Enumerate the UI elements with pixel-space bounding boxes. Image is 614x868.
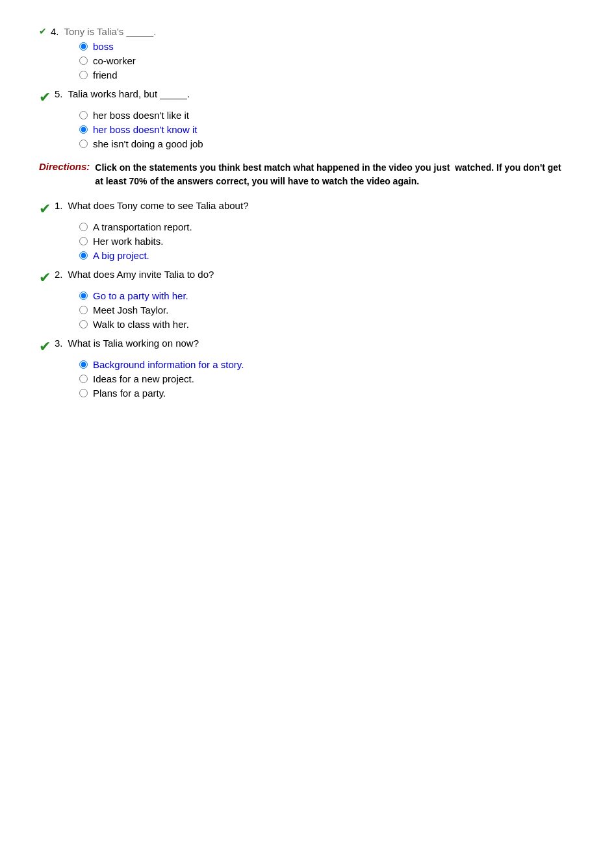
radio-c1-2[interactable] bbox=[79, 237, 88, 245]
option-4-3[interactable]: friend bbox=[79, 69, 575, 81]
checkmark-icon-5: ✔ bbox=[39, 89, 51, 106]
radio-4-3[interactable] bbox=[79, 71, 88, 79]
question-5-options: her boss doesn't like it her boss doesn'… bbox=[79, 110, 575, 149]
question-4-options: boss co-worker friend bbox=[79, 41, 575, 81]
option-c3-2[interactable]: Ideas for a new project. bbox=[79, 373, 575, 384]
question-5-section: ✔ 5. Talia works hard, but _____. her bo… bbox=[39, 88, 575, 149]
question-5-number: 5. bbox=[55, 88, 63, 99]
radio-5-1[interactable] bbox=[79, 111, 88, 119]
comp-question-1-section: ✔ 1. What does Tony come to see Talia ab… bbox=[39, 200, 575, 261]
question-4-section: ✔ 4. Tony is Talia's _____. boss co-work… bbox=[39, 26, 575, 81]
comp-question-3-options: Background information for a story. Idea… bbox=[79, 359, 575, 399]
directions-block: Directions: Click on the statements you … bbox=[39, 161, 575, 188]
radio-c1-3[interactable] bbox=[79, 251, 88, 260]
comp-question-3-number: 3. bbox=[55, 338, 63, 349]
option-5-3-label: she isn't doing a good job bbox=[93, 138, 203, 149]
radio-4-1[interactable] bbox=[79, 42, 88, 51]
radio-c3-3[interactable] bbox=[79, 389, 88, 397]
directions-text: Click on the statements you think best m… bbox=[95, 161, 563, 188]
option-c2-3[interactable]: Walk to class with her. bbox=[79, 319, 575, 330]
option-c2-1[interactable]: Go to a party with her. bbox=[79, 290, 575, 301]
radio-c2-3[interactable] bbox=[79, 320, 88, 329]
option-5-3[interactable]: she isn't doing a good job bbox=[79, 138, 575, 149]
comp-question-2-row: ✔ 2. What does Amy invite Talia to do? bbox=[39, 269, 575, 286]
comp-question-1-options: A transportation report. Her work habits… bbox=[79, 221, 575, 261]
option-4-2-label: co-worker bbox=[93, 55, 136, 66]
option-c1-1[interactable]: A transportation report. bbox=[79, 221, 575, 232]
option-c2-1-label: Go to a party with her. bbox=[93, 290, 188, 301]
radio-c1-1[interactable] bbox=[79, 223, 88, 231]
comp-question-1-text: What does Tony come to see Talia about? bbox=[68, 200, 249, 211]
question-4-text: Tony is Talia's _____. bbox=[64, 26, 157, 37]
option-c1-3[interactable]: A big project. bbox=[79, 250, 575, 261]
checkmark-icon-c2: ✔ bbox=[39, 269, 51, 286]
directions-label: Directions: bbox=[39, 161, 90, 172]
option-c2-3-label: Walk to class with her. bbox=[93, 319, 189, 330]
comp-question-3-text: What is Talia working on now? bbox=[68, 338, 199, 349]
option-4-3-label: friend bbox=[93, 69, 118, 81]
option-c3-1-label: Background information for a story. bbox=[93, 359, 244, 370]
radio-c2-1[interactable] bbox=[79, 291, 88, 300]
option-4-2[interactable]: co-worker bbox=[79, 55, 575, 66]
radio-5-2[interactable] bbox=[79, 125, 88, 134]
option-5-2-label: her boss doesn't know it bbox=[93, 124, 197, 135]
radio-c2-2[interactable] bbox=[79, 306, 88, 314]
question-4-row: ✔ 4. Tony is Talia's _____. bbox=[39, 26, 575, 37]
option-4-1-label: boss bbox=[93, 41, 114, 52]
question-5-text: Talia works hard, but _____. bbox=[68, 88, 190, 99]
option-4-1[interactable]: boss bbox=[79, 41, 575, 52]
option-c1-2-label: Her work habits. bbox=[93, 236, 163, 247]
option-c1-3-label: A big project. bbox=[93, 250, 149, 261]
option-5-1-label: her boss doesn't like it bbox=[93, 110, 189, 121]
checkmark-icon-4: ✔ bbox=[39, 26, 47, 36]
comp-question-2-options: Go to a party with her. Meet Josh Taylor… bbox=[79, 290, 575, 330]
comp-question-3-row: ✔ 3. What is Talia working on now? bbox=[39, 338, 575, 355]
radio-4-2[interactable] bbox=[79, 56, 88, 65]
question-5-row: ✔ 5. Talia works hard, but _____. bbox=[39, 88, 575, 106]
comp-question-2-number: 2. bbox=[55, 269, 63, 280]
option-c3-2-label: Ideas for a new project. bbox=[93, 373, 194, 384]
comp-question-1-number: 1. bbox=[55, 200, 63, 211]
checkmark-icon-c1: ✔ bbox=[39, 201, 51, 217]
comp-question-2-section: ✔ 2. What does Amy invite Talia to do? G… bbox=[39, 269, 575, 330]
radio-5-3[interactable] bbox=[79, 140, 88, 148]
radio-c3-2[interactable] bbox=[79, 375, 88, 383]
option-5-2[interactable]: her boss doesn't know it bbox=[79, 124, 575, 135]
checkmark-icon-c3: ✔ bbox=[39, 338, 51, 355]
option-c3-1[interactable]: Background information for a story. bbox=[79, 359, 575, 370]
option-c1-1-label: A transportation report. bbox=[93, 221, 192, 232]
option-c1-2[interactable]: Her work habits. bbox=[79, 236, 575, 247]
option-c3-3[interactable]: Plans for a party. bbox=[79, 388, 575, 399]
option-c2-2[interactable]: Meet Josh Taylor. bbox=[79, 304, 575, 316]
option-c3-3-label: Plans for a party. bbox=[93, 388, 166, 399]
comp-question-2-text: What does Amy invite Talia to do? bbox=[68, 269, 214, 280]
comp-question-1-row: ✔ 1. What does Tony come to see Talia ab… bbox=[39, 200, 575, 217]
radio-c3-1[interactable] bbox=[79, 360, 88, 369]
comp-question-3-section: ✔ 3. What is Talia working on now? Backg… bbox=[39, 338, 575, 399]
option-c2-2-label: Meet Josh Taylor. bbox=[93, 304, 168, 316]
option-5-1[interactable]: her boss doesn't like it bbox=[79, 110, 575, 121]
question-4-number: 4. bbox=[51, 26, 59, 37]
